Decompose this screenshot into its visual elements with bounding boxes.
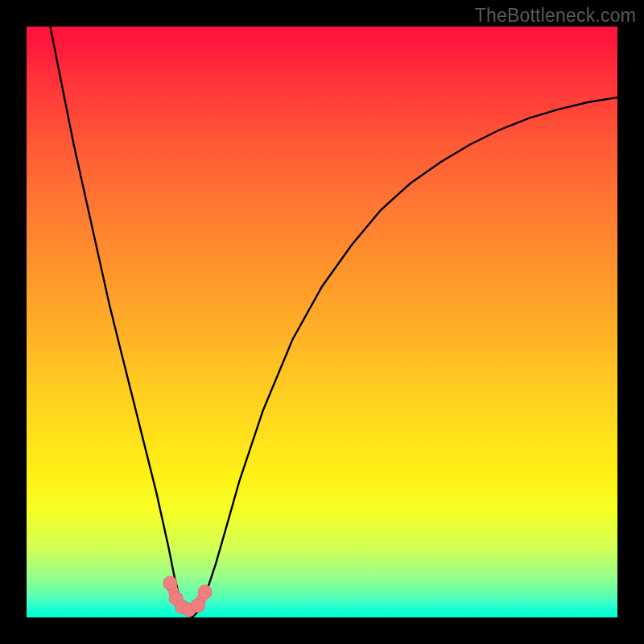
highlight-markers-group [163,576,212,617]
highlight-marker [198,585,212,599]
chart-svg [27,27,617,617]
chart-frame: TheBottleneck.com [0,0,644,644]
plot-area [27,27,617,617]
highlight-marker [191,599,204,613]
watermark-text: TheBottleneck.com [475,5,636,27]
bottleneck-curve [50,27,617,617]
highlight-marker [163,576,177,590]
